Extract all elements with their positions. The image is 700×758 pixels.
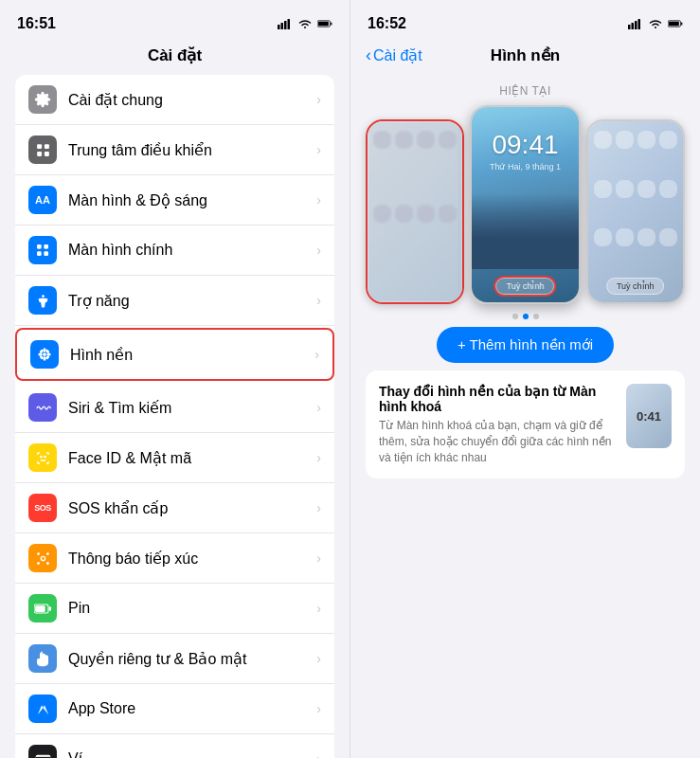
wallpaper-preview-area: 09:41 Thứ Hai, 9 tháng 1 Tuỳ chỉnh <box>366 105 685 304</box>
hinh-nen-icon <box>30 340 59 369</box>
svg-rect-41 <box>638 19 641 29</box>
svg-point-20 <box>46 353 51 356</box>
lock-screen-preview: 09:41 Thứ Hai, 9 tháng 1 Tuỳ chỉnh <box>472 107 578 302</box>
back-chevron-icon: ‹ <box>366 45 371 65</box>
right-page-title: Hình nền <box>491 45 560 65</box>
settings-item-vi[interactable]: Ví › <box>15 734 334 758</box>
home-screen-preview: Tuỳ chỉnh <box>588 121 683 302</box>
chevron-icon: › <box>316 550 321 566</box>
home-icon <box>637 131 655 149</box>
wallpaper-phone-center[interactable]: 09:41 Thứ Hai, 9 tháng 1 Tuỳ chỉnh <box>470 105 580 304</box>
svg-point-19 <box>38 353 43 356</box>
page-dot-1[interactable] <box>512 314 518 319</box>
right-time: 16:52 <box>368 15 406 32</box>
blurred-icon <box>395 205 413 223</box>
svg-rect-43 <box>681 22 682 25</box>
lock-date: Thứ Hai, 9 tháng 1 <box>490 162 561 171</box>
blurred-icon <box>439 205 457 223</box>
right-status-bar: 16:52 <box>350 0 700 42</box>
settings-item-sos[interactable]: SOS SOS khẩn cấp › <box>15 483 334 533</box>
blurred-icon <box>373 131 391 149</box>
right-panel: 16:52 ‹ Cài đặt Hình nền <box>350 0 700 758</box>
chevron-icon: › <box>314 347 319 362</box>
home-icon <box>637 228 655 246</box>
hand-icon <box>35 650 50 667</box>
svg-rect-11 <box>37 244 42 249</box>
wifi-icon <box>297 18 313 29</box>
settings-item-trung-tam[interactable]: Trung tâm điều khiển › <box>15 125 334 175</box>
siri-icon <box>28 393 57 422</box>
chevron-icon: › <box>316 751 321 758</box>
city-silhouette <box>472 193 578 269</box>
wallpaper-phone-right[interactable]: Tuỳ chỉnh <box>586 119 685 304</box>
cai-dat-chung-label: Cài đặt chung <box>68 91 316 109</box>
blurred-icon <box>373 205 391 223</box>
svg-point-16 <box>43 352 46 356</box>
chevron-icon: › <box>316 601 321 616</box>
face-id-label: Face ID & Mật mã <box>68 449 316 467</box>
page-dot-3[interactable] <box>533 314 539 319</box>
tuy-chinh-home-button[interactable]: Tuỳ chỉnh <box>606 278 665 295</box>
svg-point-27 <box>41 556 45 560</box>
settings-item-face-id[interactable]: Face ID & Mật mã › <box>15 433 334 483</box>
siri-label: Siri & Tìm kiếm <box>68 399 316 417</box>
thong-bao-icon <box>28 544 57 572</box>
blurred-icons-grid <box>373 131 457 274</box>
tro-nang-label: Trợ năng <box>68 292 316 310</box>
svg-rect-3 <box>288 19 291 29</box>
control-center-icon <box>35 142 51 158</box>
page-dot-2[interactable] <box>523 314 529 319</box>
app-store-a-icon <box>35 701 51 717</box>
back-button[interactable]: ‹ Cài đặt <box>366 45 422 65</box>
settings-item-thong-bao[interactable]: Thông báo tiếp xúc › <box>15 533 334 584</box>
sos-icon: SOS <box>28 494 57 522</box>
home-icon <box>616 180 634 198</box>
trung-tam-icon <box>28 135 57 164</box>
svg-point-25 <box>40 456 41 457</box>
chevron-icon: › <box>316 450 321 465</box>
exposure-icon <box>35 550 51 567</box>
settings-item-tro-nang[interactable]: Trợ năng › <box>15 276 334 326</box>
home-icon <box>659 180 677 198</box>
add-wallpaper-button[interactable]: + Thêm hình nền mới <box>437 327 614 363</box>
blurred-icon <box>417 205 435 223</box>
svg-rect-10 <box>44 151 48 155</box>
settings-item-app-store[interactable]: App Store › <box>15 684 334 734</box>
left-status-icons <box>278 18 332 29</box>
siri-waveform-icon <box>35 400 51 416</box>
svg-rect-33 <box>49 606 51 611</box>
right-status-icons <box>628 18 683 29</box>
settings-item-man-hinh-chinh[interactable]: Màn hình chính › <box>15 226 334 276</box>
chevron-icon: › <box>316 243 321 258</box>
blurred-icon <box>417 131 435 149</box>
settings-item-quyen-rieng-tu[interactable]: Quyền riêng tư & Bảo mật › <box>15 634 334 684</box>
settings-item-cai-dat-chung[interactable]: Cài đặt chung › <box>15 75 334 125</box>
right-signal-icon <box>628 18 643 29</box>
info-card-title: Thay đổi hình nền của bạn từ Màn hình kh… <box>379 384 615 414</box>
left-status-bar: 16:51 <box>0 0 350 42</box>
home-icon <box>616 131 634 149</box>
section-label-hien-tai: HIỆN TẠI <box>366 84 685 98</box>
gear-icon <box>34 91 51 108</box>
settings-item-hinh-nen[interactable]: Hình nền › <box>15 328 334 381</box>
chevron-icon: › <box>316 701 321 716</box>
quyen-rieng-tu-label: Quyền riêng tư & Bảo mật <box>68 650 316 668</box>
cai-dat-chung-icon <box>28 85 57 114</box>
man-hinh-chinh-label: Màn hình chính <box>68 242 316 259</box>
page-dots <box>366 314 685 319</box>
tuy-chinh-lock-button[interactable]: Tuỳ chỉnh <box>496 278 555 295</box>
grid-icon <box>35 243 50 258</box>
pin-label: Pin <box>68 600 316 617</box>
settings-item-man-hinh[interactable]: AA Màn hình & Độ sáng › <box>15 175 334 226</box>
lock-time: 09:41 <box>492 130 558 160</box>
man-hinh-icon: AA <box>28 186 57 214</box>
settings-list: Cài đặt chung › Trung tâm điều khiển › <box>0 75 350 758</box>
trung-tam-label: Trung tâm điều khiển <box>68 141 316 159</box>
svg-rect-34 <box>35 605 45 612</box>
chevron-icon: › <box>316 92 321 107</box>
settings-item-pin[interactable]: Pin › <box>15 584 334 634</box>
signal-icon <box>278 18 293 29</box>
info-card: Thay đổi hình nền của bạn từ Màn hình kh… <box>366 370 685 478</box>
settings-item-siri[interactable]: Siri & Tìm kiếm › <box>15 383 334 433</box>
svg-rect-0 <box>278 25 280 29</box>
